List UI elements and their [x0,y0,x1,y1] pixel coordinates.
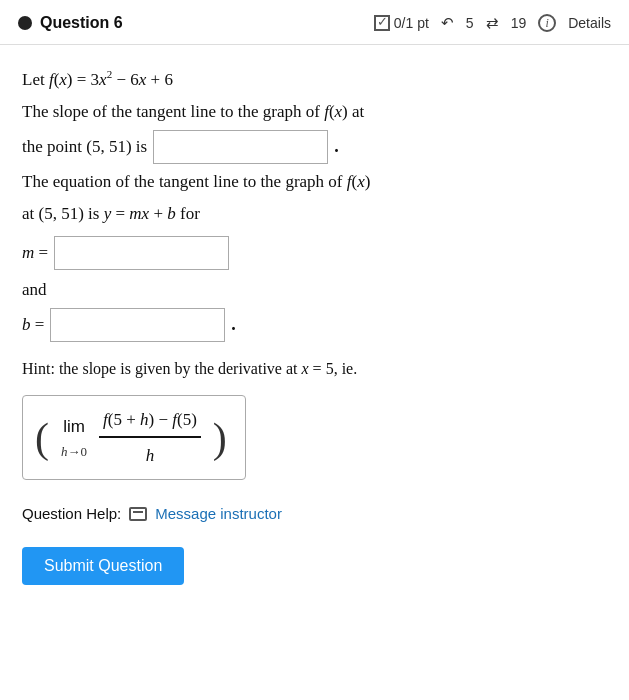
limit-expression: ( lim h→0 f(5 + h) − f(5) h ) [22,395,246,479]
b-label: b = [22,311,44,339]
b-period: . [231,310,236,340]
slope-input-row: the point (5, 51) is . [22,130,607,164]
limit-denominator: h [146,440,155,469]
slope-line1: The slope of the tangent line to the gra… [22,98,607,126]
slope-input[interactable] [153,130,328,164]
score-value: 0/1 pt [394,15,429,31]
redo-count: 19 [511,15,527,31]
m-input-row: m = [22,236,607,270]
message-icon [129,507,147,521]
hint-section: Hint: the slope is given by the derivati… [22,356,607,480]
details-link[interactable]: Details [568,15,611,31]
m-label: m = [22,239,48,267]
equation-line1: The equation of the tangent line to the … [22,168,607,196]
checkbox-icon [374,15,390,31]
undo-count: 5 [466,15,474,31]
hint-text: Hint: the slope is given by the derivati… [22,356,607,382]
status-dot-icon [18,16,32,30]
question-label: Question 6 [40,14,123,32]
equation-line2: at (5, 51) is y = mx + b for [22,200,607,228]
question-header: Question 6 0/1 pt ↶ 5 ⇄ 19 i Details [0,0,629,45]
limit-numerator: f(5 + h) − f(5) [99,406,201,437]
undo-icon: ↶ [441,14,454,32]
limit-fraction: f(5 + h) − f(5) h [99,406,201,468]
m-input[interactable] [54,236,229,270]
limit-lim-part: lim h→0 [61,413,87,463]
redo-icon: ⇄ [486,14,499,32]
score-area: 0/1 pt [374,15,429,31]
main-content: Let f(x) = 3x2 − 6x + 6 The slope of the… [0,45,629,605]
right-paren-icon: ) [213,417,227,459]
b-input[interactable] [50,308,225,342]
b-input-row: b = . [22,308,607,342]
message-instructor-link[interactable]: Message instructor [155,502,282,527]
slope-label: the point (5, 51) is [22,133,147,161]
question-help: Question Help: Message instructor [22,502,607,527]
question-title: Question 6 [18,14,123,32]
submit-button[interactable]: Submit Question [22,547,184,585]
lim-subscript: h→0 [61,442,87,463]
help-label: Question Help: [22,502,121,527]
header-meta: 0/1 pt ↶ 5 ⇄ 19 i Details [374,14,611,32]
function-def-line: Let f(x) = 3x2 − 6x + 6 [22,65,607,94]
info-icon: i [538,14,556,32]
and-label: and [22,276,607,304]
slope-period: . [334,132,339,162]
lim-word: lim [63,413,85,440]
left-paren-icon: ( [35,417,49,459]
